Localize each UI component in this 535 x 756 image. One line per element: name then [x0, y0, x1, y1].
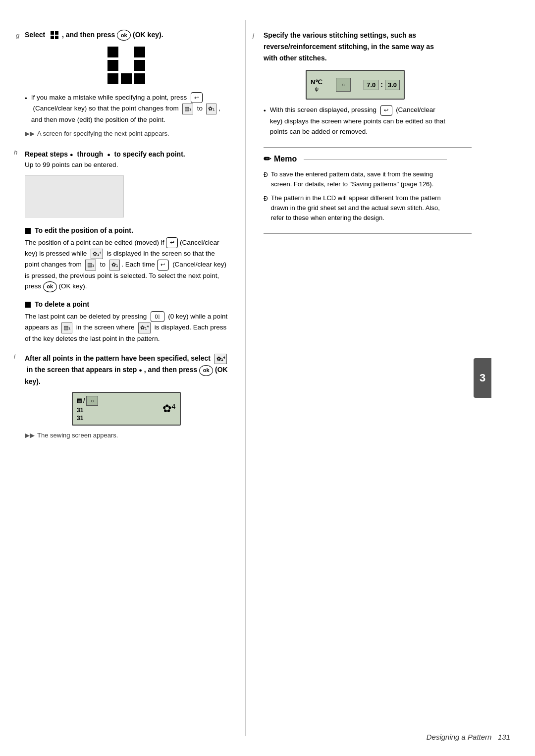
- memo-title: ✏ Memo: [264, 154, 447, 164]
- info-arrow-icon: ▶▶: [25, 129, 35, 139]
- edit-bullet-square: [25, 228, 31, 234]
- delete-header: To delete a point: [35, 300, 89, 308]
- edit-header: To edit the position of a point.: [35, 226, 133, 234]
- section-j-lcd-values: 7.0 : 3.0: [364, 80, 400, 90]
- memo-section: ✏ Memo Ð To save the entered pattern dat…: [264, 147, 472, 234]
- delete-text: The last point can be deleted by pressin…: [25, 311, 228, 344]
- section-i-lcd: ▤ / ○ 31 31 ✿⁴: [72, 392, 181, 426]
- memo-item1-text: To save the entered pattern data, save i…: [271, 169, 447, 189]
- cancel-key-edit[interactable]: ↩: [166, 237, 178, 248]
- cancel-key-edit2[interactable]: ↩: [157, 260, 169, 270]
- step-g-label: g: [16, 32, 19, 39]
- edit-text: The position of a point can be edited (m…: [25, 237, 228, 292]
- section-j-screen-container: N℃ ψ ○ 7.0 : 3.0: [264, 70, 447, 100]
- section-g-info: ▶▶ A screen for specifying the next poin…: [25, 129, 228, 139]
- section-i-info: ▶▶ The sewing screen appears.: [25, 431, 228, 440]
- point-to-icon: ✿₁: [206, 104, 216, 114]
- delete-bullet-square: [25, 302, 31, 308]
- cancel-key-g[interactable]: ↩: [191, 92, 203, 103]
- section-h-title: Repeat steps ● through ● to specify each…: [25, 149, 228, 160]
- ok-key-edit[interactable]: ok: [43, 281, 57, 292]
- step-h-label: h: [14, 149, 17, 156]
- page-label: Designing a Pattern: [427, 733, 492, 741]
- memo-bullet2-icon: Ð: [264, 194, 268, 204]
- section-g-bullet1: • If you make a mistake while specifying…: [25, 92, 228, 125]
- column-divider: [245, 20, 246, 736]
- zero-key-delete[interactable]: 0⃞: [151, 311, 164, 322]
- step-i-label: i: [14, 353, 15, 360]
- bullet1-text: If you make a mistake while specifying a…: [31, 94, 189, 101]
- section-j-lcd: N℃ ψ ○ 7.0 : 3.0: [306, 70, 405, 100]
- memo-bullet1-icon: Ð: [264, 170, 268, 180]
- ok-key-i[interactable]: ok: [199, 365, 213, 376]
- and-then-press-text: , and then press: [62, 31, 115, 39]
- info-text-i: The sewing screen appears.: [37, 431, 118, 440]
- chapter-tab: 3: [474, 358, 491, 398]
- cancel-key-j[interactable]: ↩: [380, 105, 392, 116]
- memo-item2: Ð The pattern in the LCD will appear dif…: [264, 193, 447, 223]
- bullet1-cancel-desc: (Cancel/clear key) so that the point cha…: [31, 105, 181, 112]
- step-h-image: [25, 175, 124, 217]
- section-g-title: Select , and then press ok (OK key).: [25, 30, 228, 41]
- info-text-g: A screen for specifying the next point a…: [37, 129, 169, 139]
- section-i-title: After all points in the pattern have bee…: [25, 353, 228, 387]
- page-number: 131: [498, 733, 510, 741]
- ok-key-g[interactable]: ok: [117, 30, 131, 41]
- section-h-subtext: Up to 99 points can be entered.: [25, 160, 228, 170]
- memo-item1: Ð To save the entered pattern data, save…: [264, 169, 447, 189]
- memo-item2-text: The pattern in the LCD will appear diffe…: [271, 193, 447, 223]
- info-arrow-i: ▶▶: [25, 431, 35, 440]
- page-number-area: Designing a Pattern 131: [427, 733, 510, 741]
- memo-icon: ✏: [264, 154, 271, 164]
- section-j-bullet: • With this screen displayed, pressing ↩…: [264, 105, 447, 137]
- section-i-screen: ▤ / ○ 31 31 ✿⁴: [25, 392, 228, 426]
- section-j-bullet-text: With this screen displayed, pressing: [270, 106, 376, 113]
- to-text-g: to: [195, 105, 205, 112]
- ok-key-label-g: (OK key).: [133, 31, 163, 39]
- step-j-label: j: [253, 32, 254, 39]
- section-j-title: Specify the various stitching settings, …: [264, 30, 447, 64]
- point-from-icon: ▤₁: [182, 104, 193, 114]
- stitch-point-grid: [107, 47, 145, 84]
